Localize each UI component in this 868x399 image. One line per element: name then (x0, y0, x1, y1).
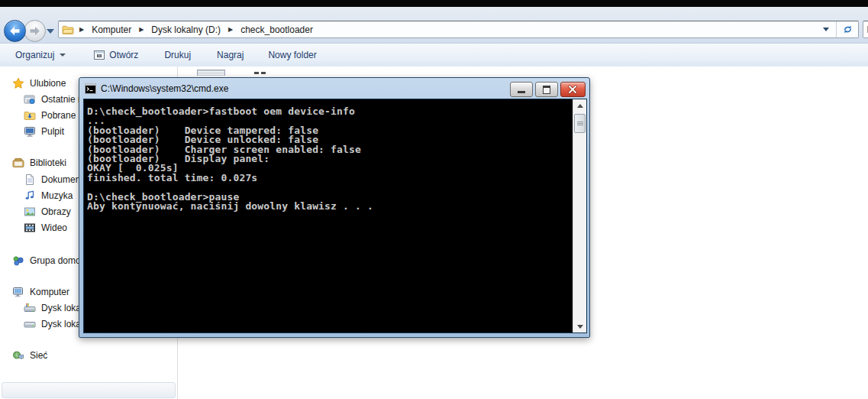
open-label: Otwórz (109, 50, 138, 60)
sidebar-item-pulpit[interactable]: Pulpit (24, 124, 64, 138)
music-icon (24, 190, 36, 202)
open-button[interactable]: Otwórz (90, 47, 141, 63)
sidebar-item-pobrane[interactable]: Pobrane (24, 108, 76, 122)
address-bar-right-controls (823, 21, 858, 37)
downloads-icon (24, 109, 36, 122)
computer-icon (12, 286, 24, 298)
minimize-icon (518, 91, 525, 93)
sidebar-label: Sieć (30, 350, 47, 361)
chevron-down-icon (60, 54, 66, 57)
sidebar-label: Pobrane (41, 110, 76, 121)
pictures-icon (24, 206, 36, 218)
print-label: Drukuj (164, 50, 191, 60)
sidebar-selection-highlight (2, 382, 176, 398)
scroll-up-button[interactable] (573, 99, 586, 112)
new-folder-label: Nowy folder (268, 50, 316, 60)
sidebar-item-biblioteki[interactable]: Biblioteki (12, 155, 66, 170)
sidebar-label: Obrazy (41, 206, 71, 217)
maximize-icon (543, 86, 550, 94)
explorer-navigation-bar: ▶ Komputer ▶ Dysk lokalny (D:) ▶ check_b… (0, 7, 868, 44)
sidebar-item-ulubione[interactable]: Ulubione (12, 76, 66, 90)
print-button[interactable]: Drukuj (161, 47, 194, 63)
sidebar-item-siec[interactable]: Sieć (12, 348, 47, 362)
sidebar-label: Ulubione (30, 78, 66, 89)
back-button[interactable] (4, 20, 26, 42)
arrow-down-icon (577, 325, 583, 329)
explorer-toolbar: Organizuj Otwórz Drukuj Nagraj Nowy fold… (0, 44, 868, 67)
search-input[interactable]: Przeszukaj: check_bootloader (863, 21, 868, 38)
scrollbar-grip-icon (577, 122, 583, 126)
address-bar[interactable]: ▶ Komputer ▶ Dysk lokalny (D:) ▶ check_b… (58, 21, 859, 38)
sidebar-item-komputer[interactable]: Komputer (12, 284, 69, 299)
star-icon (12, 77, 24, 89)
document-icon (24, 174, 36, 186)
sidebar-label: Komputer (30, 287, 69, 297)
sidebar-item-muzyka[interactable]: Muzyka (24, 188, 73, 203)
breadcrumb-separator-icon: ▶ (134, 26, 149, 33)
sidebar-item-obrazy[interactable]: Obrazy (24, 204, 71, 219)
burn-button[interactable]: Nagraj (214, 47, 247, 63)
network-icon (12, 349, 24, 362)
maximize-button[interactable] (535, 82, 558, 97)
sidebar-label: Muzyka (41, 190, 73, 201)
console-scrollbar[interactable] (573, 99, 586, 332)
organize-button[interactable]: Organizuj (12, 47, 69, 63)
sidebar-label: Wideo (41, 222, 67, 233)
burn-label: Nagraj (217, 50, 244, 60)
recent-places-icon (24, 93, 36, 105)
desktop-icon (24, 125, 36, 138)
address-history-dropdown-icon[interactable] (823, 28, 829, 31)
top-black-strip (0, 0, 868, 7)
cmd-window: C:\Windows\system32\cmd.exe D:\check_boo… (79, 77, 590, 338)
refresh-icon (842, 24, 853, 35)
forward-button[interactable] (24, 20, 46, 42)
cmd-icon (85, 83, 96, 94)
breadcrumb-separator-icon: ▶ (74, 26, 89, 33)
console-text: D:\check_bootloader>fastboot oem device-… (87, 107, 373, 211)
sidebar-item-wideo[interactable]: Wideo (24, 220, 67, 235)
cmd-window-controls (510, 82, 586, 97)
breadcrumb-separator-icon: ▶ (223, 26, 238, 33)
organize-label: Organizuj (15, 50, 54, 60)
drive-icon (24, 318, 36, 330)
cmd-window-title: C:\Windows\system32\cmd.exe (101, 83, 228, 94)
close-icon (561, 83, 585, 96)
breadcrumb-computer[interactable]: Komputer (89, 23, 134, 37)
file-item-partial-text (254, 72, 259, 74)
arrow-up-icon (577, 104, 583, 108)
open-file-icon (93, 49, 105, 61)
forward-arrow-icon (29, 26, 40, 36)
libraries-icon (12, 157, 24, 169)
new-folder-button[interactable]: Nowy folder (265, 47, 319, 63)
homegroup-icon (12, 255, 24, 267)
scroll-down-button[interactable] (573, 320, 586, 332)
scrollbar-thumb[interactable] (574, 114, 586, 133)
file-item-partial[interactable] (197, 70, 225, 76)
console-output[interactable]: D:\check_bootloader>fastboot oem device-… (83, 99, 587, 333)
breadcrumb-check-bootloader[interactable]: check_bootloader (238, 23, 315, 37)
minimize-button[interactable] (510, 82, 533, 97)
recent-pages-dropdown-icon[interactable] (47, 29, 54, 34)
back-arrow-icon (9, 26, 21, 36)
video-icon (24, 222, 36, 234)
sidebar-label: Biblioteki (30, 157, 66, 168)
breadcrumb-local-disk-d[interactable]: Dysk lokalny (D:) (149, 23, 223, 37)
refresh-button[interactable] (837, 21, 858, 37)
sidebar-label: Pulpit (41, 126, 64, 137)
close-button[interactable] (560, 82, 586, 97)
folder-icon (62, 24, 74, 36)
desktop-screen: ▶ Komputer ▶ Dysk lokalny (D:) ▶ check_b… (0, 0, 868, 399)
system-drive-icon (24, 302, 36, 314)
